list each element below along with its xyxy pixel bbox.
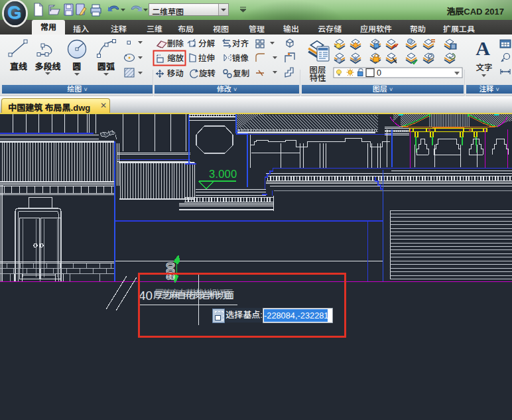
svg-text:圆: 圆 [72,62,81,72]
svg-text:镜像: 镜像 [232,54,249,63]
svg-text:圆弧: 圆弧 [97,62,115,72]
svg-text:0: 0 [377,68,381,78]
svg-text:拉伸: 拉伸 [198,54,215,63]
svg-text:40: 40 [139,289,153,303]
svg-text:移动: 移动 [167,69,184,78]
svg-text:800: 800 [165,262,176,280]
svg-text:特性: 特性 [309,74,326,83]
svg-text:对齐: 对齐 [232,39,249,48]
svg-text:A: A [476,37,490,59]
svg-text:文字: 文字 [476,63,492,72]
svg-text:G: G [7,3,21,23]
svg-text:复制: 复制 [233,69,249,78]
svg-text:3.000: 3.000 [209,168,237,180]
svg-text:直线: 直线 [10,62,27,72]
svg-text:厚芝麻白花岗岩机切面: 厚芝麻白花岗岩机切面 [155,288,233,299]
svg-text:分解: 分解 [198,39,216,48]
svg-text:删除: 删除 [167,39,184,48]
svg-text:缩放: 缩放 [167,54,184,63]
svg-text:旋转: 旋转 [199,69,216,78]
svg-text:多段线: 多段线 [34,62,60,72]
